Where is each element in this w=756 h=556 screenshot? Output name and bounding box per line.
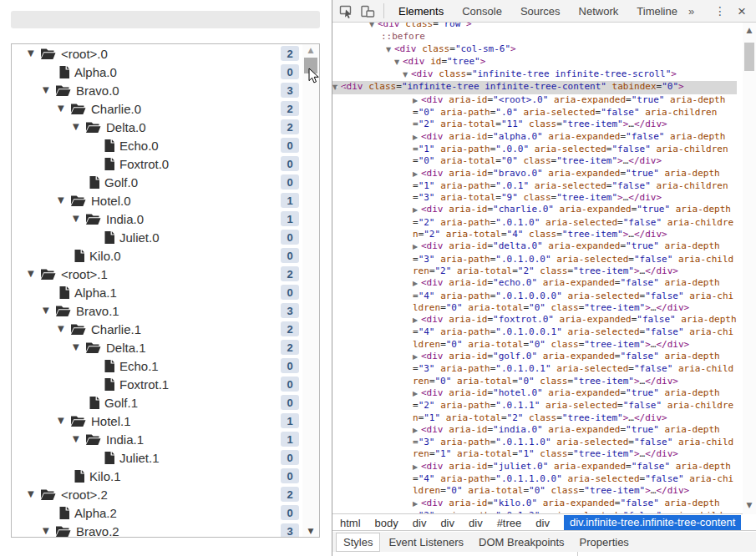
tree-node-row[interactable]: Alpha.20 (12, 503, 302, 522)
tree-node-label[interactable]: Kilo.1 (89, 469, 121, 483)
breadcrumb-item[interactable]: div (535, 517, 550, 529)
devtools-dom-node[interactable]: ▼<div id="tree"> (332, 56, 737, 68)
node-collapsed-icon[interactable]: ▶ (413, 132, 421, 144)
tree-node-row[interactable]: Golf.10 (12, 393, 302, 412)
sidebar-tab-dom-breakpoints[interactable]: DOM Breakpoints (472, 533, 571, 551)
tree-node-label[interactable]: Bravo.0 (76, 83, 119, 98)
breadcrumb-item[interactable]: body (375, 517, 398, 529)
node-collapsed-icon[interactable]: ▶ (413, 498, 421, 510)
tree-node-row[interactable]: ▼Hotel.01 (12, 191, 302, 210)
devtools-menu-icon[interactable]: ⋮ (706, 4, 734, 18)
devtools-dom-node[interactable]: ▼<div class="infinite-tree infinite-tree… (332, 68, 737, 81)
sidebar-tab-properties[interactable]: Properties (573, 533, 636, 551)
devtools-tab-elements[interactable]: Elements (389, 5, 453, 18)
devtools-dom-node[interactable]: ▶<div aria-id="charlie.0" aria-expanded=… (332, 204, 737, 240)
tree-node-label[interactable]: Alpha.1 (74, 286, 117, 300)
tree-toggle-icon[interactable]: ▼ (28, 490, 40, 498)
node-expanded-icon[interactable]: ▼ (386, 44, 394, 56)
tree-node-label[interactable]: Hotel.1 (91, 414, 131, 428)
tree-scrollbar[interactable]: ▲ ▼ (302, 44, 319, 537)
tree-node-row[interactable]: ▼Delta.02 (12, 118, 302, 136)
tree-toggle-icon[interactable]: ▼ (73, 343, 85, 351)
tree-node-row[interactable]: Foxtrot.00 (12, 154, 302, 173)
tree-node-row[interactable]: Kilo.10 (12, 467, 302, 485)
inspect-element-icon[interactable] (339, 4, 353, 18)
devtools-tab-sources[interactable]: Sources (511, 5, 570, 18)
scroll-up-icon[interactable]: ▲ (302, 46, 319, 54)
tree-node-row[interactable]: Golf.00 (12, 173, 302, 191)
node-collapsed-icon[interactable]: ▶ (413, 425, 421, 437)
devtools-dom-node[interactable]: ▶<div aria-id="echo.0" aria-expanded="fa… (332, 277, 737, 314)
breadcrumb-item-selected[interactable]: div.infinite-tree.infinite-tree-content (564, 515, 741, 530)
tree-node-label[interactable]: India.1 (106, 432, 144, 447)
device-toolbar-icon[interactable] (360, 4, 375, 18)
breadcrumb-item[interactable]: div (413, 517, 427, 529)
tree-node-row[interactable]: ▼Bravo.23 (12, 522, 302, 538)
tree-toggle-icon[interactable]: ▼ (58, 417, 70, 425)
tree-node-label[interactable]: <root>.2 (61, 488, 108, 502)
tree-node-row[interactable]: ▼<root>.02 (12, 44, 302, 63)
tree-node-row[interactable]: Alpha.00 (12, 63, 302, 81)
tree-node-row[interactable]: ▼Delta.12 (12, 338, 302, 356)
tree-node-row[interactable]: Kilo.00 (12, 246, 302, 265)
devtools-tab-timeline[interactable]: Timeline (627, 5, 687, 18)
tree-node-row[interactable]: Echo.00 (12, 136, 302, 154)
tree-toggle-icon[interactable]: ▼ (73, 123, 85, 131)
tree-node-label[interactable]: Charlie.0 (91, 102, 141, 116)
tree-node-label[interactable]: <root>.1 (61, 267, 108, 281)
tree-node-label[interactable]: Alpha.0 (74, 65, 117, 79)
devtools-tab-network[interactable]: Network (570, 5, 628, 18)
devtools-dom-node[interactable]: ▶<div aria-id="hotel.0" aria-expanded="t… (332, 387, 737, 424)
tree-node-label[interactable]: Foxtrot.0 (119, 157, 169, 171)
scrollbar-thumb[interactable] (744, 43, 754, 71)
node-collapsed-icon[interactable]: ▶ (413, 169, 421, 180)
devtools-dom-node[interactable]: ▶<div aria-id="delta.0" aria-expanded="t… (332, 240, 737, 277)
tree-node-label[interactable]: Hotel.0 (91, 194, 131, 208)
tree-node-label[interactable]: Kilo.0 (89, 249, 121, 263)
tree-node-row[interactable]: ▼<root>.22 (12, 485, 302, 503)
tree-node-label[interactable]: Alpha.2 (74, 506, 117, 520)
tree-toggle-icon[interactable]: ▼ (58, 104, 70, 113)
node-collapsed-icon[interactable]: ▶ (413, 462, 421, 473)
devtools-dom-node[interactable]: ▶<div aria-id="bravo.0" aria-expanded="t… (332, 168, 737, 205)
node-collapsed-icon[interactable]: ▶ (413, 278, 421, 290)
node-collapsed-icon[interactable]: ▶ (413, 205, 421, 216)
breadcrumb-item[interactable]: div (440, 517, 454, 529)
scroll-up-icon[interactable]: ▲ (743, 26, 756, 34)
tree-node-label[interactable]: Echo.1 (119, 359, 159, 373)
scroll-down-icon[interactable]: ▼ (743, 501, 756, 509)
devtools-dom-node[interactable]: ▶<div aria-id="juliet.0" aria-expanded="… (332, 461, 737, 498)
node-collapsed-icon[interactable]: ▶ (413, 388, 421, 400)
tree-node-label[interactable]: Golf.1 (104, 396, 138, 410)
tree-node-label[interactable]: Juliet.1 (119, 451, 160, 465)
more-panels-icon[interactable]: » (688, 5, 694, 18)
devtools-close-icon[interactable]: × (734, 4, 749, 18)
node-expanded-icon[interactable]: ▼ (403, 69, 411, 81)
tree-node-row[interactable]: ▼<root>.12 (12, 265, 302, 283)
node-collapsed-icon[interactable]: ▶ (413, 315, 421, 326)
devtools-dom-node[interactable]: ▶<div aria-id="alpha.0" aria-expanded="f… (332, 131, 737, 168)
node-expanded-icon[interactable]: ▼ (394, 57, 403, 68)
tree-toggle-icon[interactable]: ▼ (28, 49, 40, 58)
breadcrumb-item[interactable]: #tree (497, 517, 522, 529)
tree-node-row[interactable]: ▼Charlie.02 (12, 99, 302, 118)
sidebar-tab-event-listeners[interactable]: Event Listeners (382, 533, 470, 551)
node-collapsed-icon[interactable]: ▶ (413, 95, 421, 107)
tree-node-row[interactable]: Foxtrot.10 (12, 375, 302, 393)
tree-toggle-icon[interactable]: ▼ (73, 215, 85, 223)
tree-toggle-icon[interactable]: ▼ (58, 196, 70, 205)
tree-node-label[interactable]: Juliet.0 (119, 230, 160, 245)
tree-node-row[interactable]: ▼Charlie.12 (12, 320, 302, 338)
tree-node-label[interactable]: Bravo.2 (76, 524, 119, 538)
sidebar-tab-styles[interactable]: Styles (336, 533, 380, 552)
tree-node-row[interactable]: Juliet.00 (12, 228, 302, 246)
tree-node-label[interactable]: <root>.0 (61, 47, 108, 61)
tree-toggle-icon[interactable]: ▼ (73, 435, 85, 443)
devtools-dom-node[interactable]: ▶<div aria-id="india.0" aria-expanded="t… (332, 424, 737, 461)
tree-node-row[interactable]: ▼Bravo.03 (12, 81, 302, 99)
tree-node-row[interactable]: Alpha.10 (12, 283, 302, 301)
devtools-dom-node[interactable]: ▼<div class="row"> (332, 23, 737, 31)
devtools-tab-console[interactable]: Console (453, 5, 511, 18)
devtools-dom-node[interactable]: ▶<div aria-id="foxtrot.0" aria-expanded=… (332, 314, 737, 351)
tree-node-row[interactable]: ▼India.11 (12, 430, 302, 448)
